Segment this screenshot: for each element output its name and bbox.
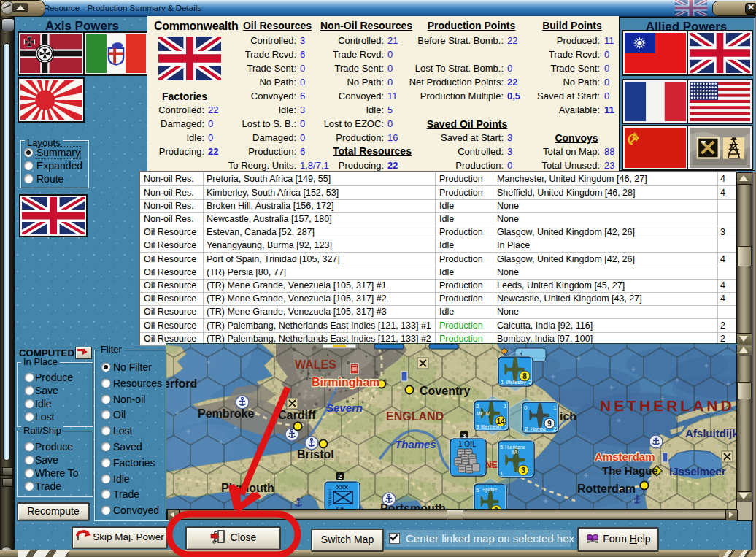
svg-text:Birmingham: Birmingham	[312, 376, 379, 388]
svg-text:ich: ich	[560, 410, 576, 423]
svg-text:1: 1	[553, 404, 557, 411]
svg-text:Spitfire: Spitfire	[482, 487, 498, 493]
svg-text:Harrow: Harrow	[531, 426, 546, 431]
svg-text:3: 3	[476, 423, 479, 430]
svg-text:3: 3	[521, 466, 525, 475]
svg-text:Pembroke: Pembroke	[198, 407, 254, 420]
svg-text:Plymouth: Plymouth	[221, 482, 274, 494]
svg-text:Blenheim: Blenheim	[481, 424, 501, 429]
svg-text:Hurricane: Hurricane	[505, 445, 526, 450]
svg-text:2: 2	[338, 473, 342, 480]
svg-text:5: 5	[500, 444, 504, 450]
svg-text:IJsselmeer: IJsselmeer	[669, 465, 726, 477]
svg-text:NE: NE	[485, 460, 498, 470]
svg-text:1: 1	[504, 423, 508, 430]
svg-text:Rotterdam: Rotterdam	[577, 483, 636, 495]
svg-text:XXX: XXX	[336, 484, 349, 491]
svg-text:Portsmouth: Portsmouth	[380, 502, 446, 509]
svg-text:NETHERLAND: NETHERLAND	[600, 397, 735, 414]
svg-text:VIII Mech: VIII Mech	[328, 489, 332, 506]
svg-text:Amsterdam: Amsterdam	[595, 450, 655, 463]
svg-text:erford: erford	[166, 377, 197, 390]
svg-text:2: 2	[476, 403, 479, 410]
svg-text:9: 9	[547, 420, 552, 428]
svg-text:0: 0	[524, 404, 528, 411]
svg-text:Cardiff: Cardiff	[278, 409, 316, 421]
svg-text:Afsluitdijk: Afsluitdijk	[685, 427, 737, 439]
svg-text:1 OIL: 1 OIL	[458, 440, 477, 448]
svg-text:Wellesley: Wellesley	[506, 380, 526, 385]
svg-text:Mk. IV: Mk. IV	[477, 411, 490, 416]
svg-text:Thames: Thames	[395, 438, 436, 450]
svg-text:1: 1	[504, 403, 507, 410]
svg-text:IIA: IIA	[512, 450, 518, 455]
svg-text:2: 2	[553, 426, 557, 432]
svg-text:WALES: WALES	[295, 358, 336, 371]
svg-text:8: 8	[522, 372, 527, 380]
svg-text:ENGLAND: ENGLAND	[386, 410, 444, 423]
svg-text:5: 5	[476, 487, 479, 493]
svg-text:Severn: Severn	[326, 402, 363, 414]
svg-text:2: 2	[528, 379, 532, 385]
svg-text:Coventry: Coventry	[420, 385, 470, 397]
svg-text:1: 1	[500, 470, 504, 477]
svg-text:1: 1	[501, 379, 504, 385]
svg-text:2: 2	[525, 426, 528, 432]
svg-text:Bristol: Bristol	[297, 448, 334, 461]
svg-text:The Hague: The Hague	[602, 464, 658, 477]
